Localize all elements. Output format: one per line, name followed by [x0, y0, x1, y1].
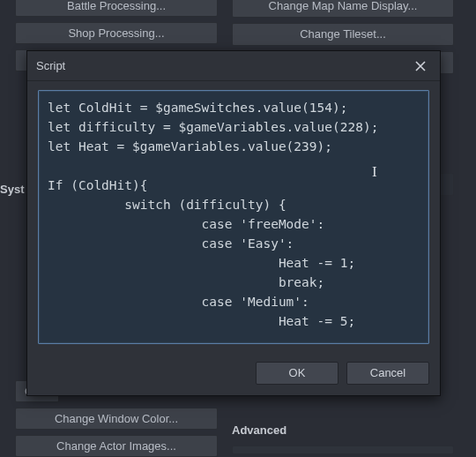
section-system-label: Syst [0, 181, 26, 198]
script-dialog: Script let ColdHit = $gameSwitches.value… [26, 50, 441, 396]
close-button[interactable] [408, 56, 433, 76]
cmd-change-map-name[interactable]: Change Map Name Display... [232, 0, 454, 18]
cmd-advanced-partial[interactable] [232, 446, 454, 454]
cmd-change-tileset[interactable]: Change Tileset... [232, 23, 454, 46]
text-cursor-icon: I [372, 162, 377, 182]
ok-button[interactable]: OK [256, 362, 338, 385]
cmd-change-window-color[interactable]: Change Window Color... [15, 408, 218, 430]
dialog-title: Script [36, 59, 65, 72]
close-icon [415, 61, 426, 71]
dialog-buttons: OK Cancel [27, 353, 440, 395]
cancel-button[interactable]: Cancel [346, 362, 429, 385]
script-textarea[interactable]: let ColdHit = $gameSwitches.value(154); … [38, 90, 429, 344]
cmd-battle-processing[interactable]: Battle Processing... [15, 0, 218, 17]
dialog-titlebar: Script [27, 51, 440, 81]
section-advanced: Advanced [232, 416, 454, 440]
dialog-body: let ColdHit = $gameSwitches.value(154); … [27, 81, 440, 353]
cmd-shop-processing[interactable]: Shop Processing... [15, 22, 218, 44]
cmd-change-actor-images[interactable]: Change Actor Images... [15, 435, 218, 457]
